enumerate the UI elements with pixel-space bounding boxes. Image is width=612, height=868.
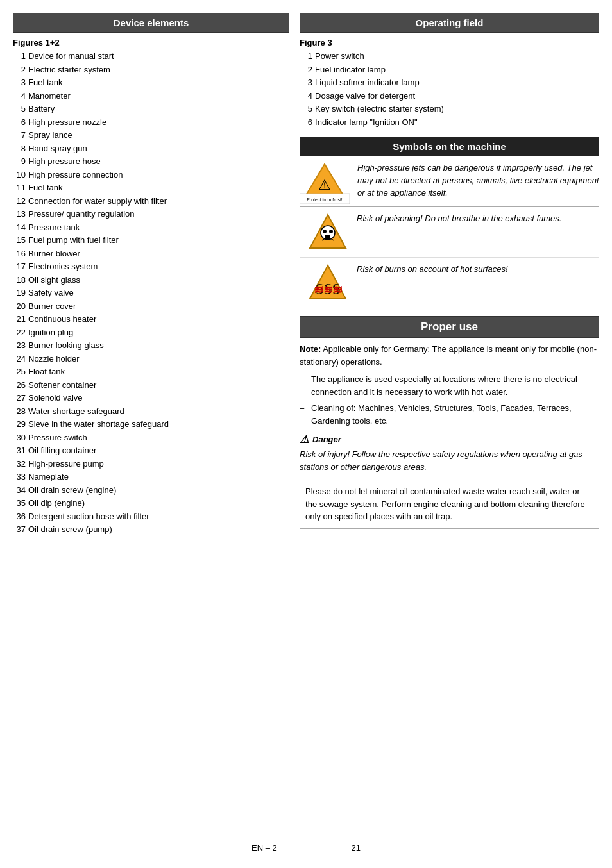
item-label: Safety valve (28, 287, 74, 299)
list-item: 5Key switch (electric starter system) (300, 103, 599, 115)
item-num: 8 (13, 142, 26, 155)
item-label: Softener container (28, 379, 96, 392)
item-num: 13 (13, 208, 26, 221)
item-label: Nameplate (28, 471, 69, 483)
figure3-list: 1Power switch2Fuel indicator lamp3Liquid… (300, 50, 599, 128)
svg-text:⚠: ⚠ (318, 177, 331, 193)
item-label: Power switch (315, 50, 364, 63)
info-box: Please do not let mineral oil contaminat… (300, 480, 599, 529)
list-item: 21Continuous heater (13, 313, 289, 326)
list-item: 2Electric starter system (13, 63, 289, 76)
item-num: 35 (13, 497, 26, 510)
list-item: 3Fuel tank (13, 76, 289, 89)
item-label: Oil drain screw (engine) (28, 484, 116, 497)
proper-use-header: Proper use (300, 316, 599, 338)
list-item: 4Dosage valve for detergent (300, 90, 599, 103)
list-item: 10High pressure connection (13, 169, 289, 181)
list-item: 35Oil dip (engine) (13, 497, 289, 510)
list-item: 28Water shortage safeguard (13, 405, 289, 418)
item-label: Hand spray gun (28, 142, 87, 155)
list-item: 6High pressure nozzle (13, 116, 289, 129)
danger-triangle-icon: ⚠ (300, 433, 309, 446)
item-num: 4 (300, 90, 312, 103)
item-label: Dosage valve for detergent (315, 90, 415, 103)
item-label: Oil drain screw (pump) (28, 523, 112, 536)
item-num: 24 (13, 353, 26, 365)
symbols-block: Risk of poisoning! Do not breathe in the… (300, 206, 599, 308)
list-item: 33Nameplate (13, 471, 289, 483)
item-num: 23 (13, 339, 26, 352)
item-num: 3 (13, 76, 26, 89)
symbol3-icon: 𝕊𝕊𝕊 ≋≋≋ (305, 263, 350, 303)
item-label: Key switch (electric starter system) (315, 103, 444, 115)
list-item: 36Detergent suction hose with filter (13, 510, 289, 523)
item-label: Connection for water supply with filter (28, 195, 167, 208)
list-item: 7Spray lance (13, 129, 289, 142)
list-item: 1Power switch (300, 50, 599, 63)
list-item: Cleaning of: Machines, Vehicles, Structu… (300, 402, 599, 427)
list-item: 31Oil filling container (13, 444, 289, 457)
item-num: 21 (13, 313, 26, 326)
info-box-text: Please do not let mineral oil contaminat… (305, 487, 585, 521)
item-label: Continuous heater (28, 313, 96, 326)
device-elements-list: 1Device for manual start2Electric starte… (13, 50, 289, 536)
note-paragraph: Note: Applicable only for Germany: The a… (300, 343, 599, 368)
page-container: Device elements Figures 1+2 1Device for … (13, 13, 599, 853)
list-item: 16Burner blower (13, 247, 289, 260)
list-item: 37Oil drain screw (pump) (13, 523, 289, 536)
left-column: Device elements Figures 1+2 1Device for … (13, 13, 289, 831)
danger-header: ⚠ Danger (300, 433, 599, 446)
item-num: 7 (13, 129, 26, 142)
list-item: 4Manometer (13, 90, 289, 103)
symbol1-svg: ⚠ Protect from frost! (300, 162, 350, 205)
item-num: 6 (300, 116, 312, 129)
danger-text: Risk of injury! Follow the respective sa… (300, 448, 599, 473)
symbols-section: Symbols on the machine ⚠ Protect (300, 137, 599, 308)
list-item: 17Electronics system (13, 260, 289, 273)
item-label: Fuel indicator lamp (315, 63, 386, 76)
list-item: 25Float tank (13, 365, 289, 378)
item-num: 15 (13, 234, 26, 247)
list-item: 8Hand spray gun (13, 142, 289, 155)
list-item: 14Pressure tank (13, 221, 289, 234)
operating-field-header: Operating field (300, 13, 599, 33)
item-label: Nozzle holder (28, 353, 80, 365)
list-item: 23Burner looking glass (13, 339, 289, 352)
item-label: Electric starter system (28, 63, 110, 76)
item-label: Device for manual start (28, 50, 114, 63)
item-label: Spray lance (28, 129, 72, 142)
item-num: 16 (13, 247, 26, 260)
figure3-label: Figure 3 (300, 38, 599, 47)
list-item: 29Sieve in the water shortage safeguard (13, 418, 289, 431)
item-label: Pressure/ quantity regulation (28, 208, 134, 221)
list-item: 22Ignition plug (13, 326, 289, 339)
list-item: 13Pressure/ quantity regulation (13, 208, 289, 221)
item-label: Burner blower (28, 247, 80, 260)
item-num: 11 (13, 181, 26, 194)
symbol2-text: Risk of poisoning! Do not breathe in the… (357, 212, 561, 225)
list-item: 20Burner cover (13, 300, 289, 313)
item-num: 17 (13, 260, 26, 273)
list-item: 32High-pressure pump (13, 458, 289, 471)
figures-label: Figures 1+2 (13, 38, 289, 47)
item-label: Battery (28, 103, 55, 115)
device-elements-header: Device elements (13, 13, 289, 33)
list-item: 11Fuel tank (13, 181, 289, 194)
note-label: Note: (300, 344, 321, 354)
item-label: Pressure switch (28, 431, 87, 444)
list-item: 27Solenoid valve (13, 392, 289, 405)
svg-point-7 (329, 230, 333, 233)
item-num: 14 (13, 221, 26, 234)
item-num: 5 (300, 103, 312, 115)
item-label: Pressure tank (28, 221, 80, 234)
item-label: Detergent suction hose with filter (28, 510, 149, 523)
item-label: Fuel pump with fuel filter (28, 234, 119, 247)
list-item: 30Pressure switch (13, 431, 289, 444)
item-num: 32 (13, 458, 26, 471)
right-column: Operating field Figure 3 1Power switch2F… (300, 13, 599, 831)
list-item: 19Safety valve (13, 287, 289, 299)
item-num: 36 (13, 510, 26, 523)
item-num: 20 (13, 300, 26, 313)
symbol2-row: Risk of poisoning! Do not breathe in the… (300, 207, 599, 258)
list-item: 6Indicator lamp "Ignition ON" (300, 116, 599, 129)
